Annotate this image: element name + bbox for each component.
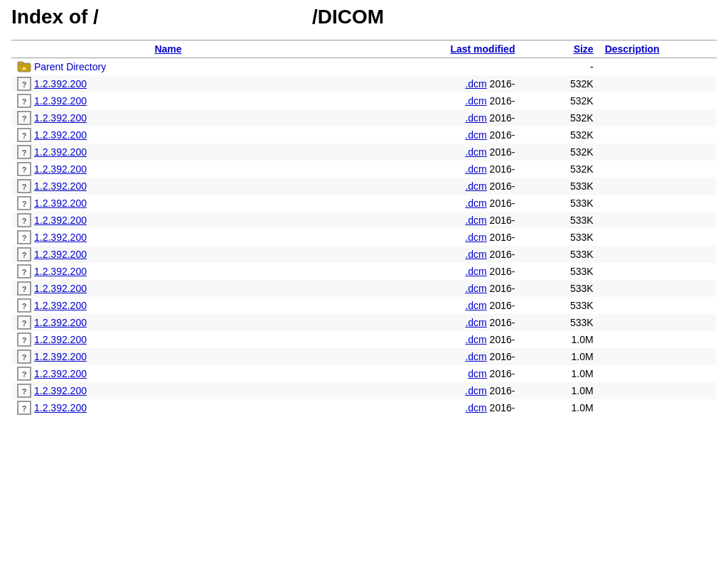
file-modified-cell: .dcm 2016- bbox=[325, 331, 521, 348]
file-ext-link[interactable]: .dcm bbox=[465, 180, 486, 192]
file-type-icon: ? bbox=[17, 247, 31, 261]
file-modified-cell: dcm 2016- bbox=[325, 365, 521, 382]
file-name-link[interactable]: 1.2.392.200 bbox=[34, 334, 87, 345]
table-row: ?1.2.392.200.dcm 2016-533K bbox=[11, 246, 717, 263]
parent-dir-modified bbox=[325, 58, 521, 76]
file-ext-link[interactable]: .dcm bbox=[465, 197, 486, 209]
file-ext-link[interactable]: .dcm bbox=[465, 385, 486, 396]
file-type-icon: ? bbox=[17, 111, 31, 125]
file-name-link[interactable]: 1.2.392.200 bbox=[34, 197, 87, 209]
file-name-cell: ?1.2.392.200 bbox=[11, 348, 325, 365]
file-ext-link[interactable]: .dcm bbox=[465, 334, 486, 345]
table-row: ?1.2.392.200.dcm 2016-532K bbox=[11, 126, 717, 144]
table-row: ?1.2.392.200.dcm 2016-533K bbox=[11, 229, 717, 246]
file-modified-cell: .dcm 2016- bbox=[325, 109, 521, 126]
file-size-cell: 1.0M bbox=[520, 399, 599, 416]
file-name-link[interactable]: 1.2.392.200 bbox=[34, 368, 87, 379]
file-desc-cell bbox=[599, 382, 717, 399]
file-desc-cell bbox=[599, 280, 717, 297]
file-type-icon: ? bbox=[17, 384, 31, 398]
file-modified-date: 2016- bbox=[487, 180, 515, 192]
file-name-cell: ?1.2.392.200 bbox=[11, 331, 325, 348]
file-ext-link[interactable]: .dcm bbox=[465, 112, 486, 124]
parent-dir-cell: Parent Directory bbox=[11, 58, 325, 76]
file-name-link[interactable]: 1.2.392.200 bbox=[34, 266, 87, 277]
file-ext-link[interactable]: .dcm bbox=[465, 129, 486, 141]
file-desc-cell bbox=[599, 92, 717, 109]
file-ext-link[interactable]: .dcm bbox=[465, 232, 486, 243]
file-ext-link[interactable]: .dcm bbox=[465, 78, 486, 90]
file-name-link[interactable]: 1.2.392.200 bbox=[34, 385, 87, 396]
file-name-link[interactable]: 1.2.392.200 bbox=[34, 95, 87, 107]
file-size-cell: 533K bbox=[520, 212, 599, 229]
file-name-link[interactable]: 1.2.392.200 bbox=[34, 146, 87, 158]
file-ext-link[interactable]: .dcm bbox=[465, 95, 486, 107]
file-desc-cell bbox=[599, 161, 717, 178]
parent-dir-size: - bbox=[520, 58, 599, 76]
file-name-link[interactable]: 1.2.392.200 bbox=[34, 180, 87, 192]
file-ext-link[interactable]: .dcm bbox=[465, 266, 486, 277]
table-row: ?1.2.392.200dcm 2016-1.0M bbox=[11, 365, 717, 382]
file-modified-date: 2016- bbox=[487, 402, 515, 413]
file-type-icon: ? bbox=[17, 77, 31, 91]
sort-by-name-link[interactable]: Name bbox=[154, 43, 181, 55]
file-name-link[interactable]: 1.2.392.200 bbox=[34, 300, 87, 311]
table-row: ?1.2.392.200.dcm 2016-533K bbox=[11, 212, 717, 229]
file-size-cell: 532K bbox=[520, 75, 599, 92]
file-name-link[interactable]: 1.2.392.200 bbox=[34, 232, 87, 243]
table-header-row: Name Last modified Size Description bbox=[11, 40, 717, 58]
svg-rect-1 bbox=[18, 62, 23, 65]
table-row: ?1.2.392.200.dcm 2016-533K bbox=[11, 280, 717, 297]
file-name-link[interactable]: 1.2.392.200 bbox=[34, 283, 87, 294]
file-modified-cell: .dcm 2016- bbox=[325, 144, 521, 161]
sort-by-desc-link[interactable]: Description bbox=[605, 43, 660, 55]
table-row: ?1.2.392.200.dcm 2016-533K bbox=[11, 195, 717, 212]
file-modified-date: 2016- bbox=[487, 129, 515, 141]
file-name-link[interactable]: 1.2.392.200 bbox=[34, 215, 87, 226]
file-name-link[interactable]: 1.2.392.200 bbox=[34, 78, 87, 90]
file-desc-cell bbox=[599, 144, 717, 161]
sort-by-modified-link[interactable]: Last modified bbox=[450, 43, 515, 55]
file-desc-cell bbox=[599, 229, 717, 246]
file-name-cell: ?1.2.392.200 bbox=[11, 229, 325, 246]
file-modified-date: 2016- bbox=[487, 334, 515, 345]
file-size-cell: 533K bbox=[520, 297, 599, 314]
file-size-cell: 532K bbox=[520, 126, 599, 144]
file-size-cell: 1.0M bbox=[520, 348, 599, 365]
file-ext-link[interactable]: .dcm bbox=[465, 163, 486, 175]
file-name-link[interactable]: 1.2.392.200 bbox=[34, 112, 87, 124]
file-modified-cell: .dcm 2016- bbox=[325, 195, 521, 212]
file-ext-link[interactable]: .dcm bbox=[465, 283, 486, 294]
file-desc-cell bbox=[599, 212, 717, 229]
file-size-cell: 533K bbox=[520, 280, 599, 297]
table-row: ?1.2.392.200.dcm 2016-533K bbox=[11, 297, 717, 314]
sort-by-size-link[interactable]: Size bbox=[574, 43, 594, 55]
file-name-link[interactable]: 1.2.392.200 bbox=[34, 317, 87, 328]
file-ext-link[interactable]: .dcm bbox=[465, 300, 486, 311]
file-modified-cell: .dcm 2016- bbox=[325, 126, 521, 144]
file-name-cell: ?1.2.392.200 bbox=[11, 92, 325, 109]
file-ext-link[interactable]: .dcm bbox=[465, 402, 486, 413]
parent-dir-link[interactable]: Parent Directory bbox=[17, 60, 319, 74]
file-name-link[interactable]: 1.2.392.200 bbox=[34, 129, 87, 141]
file-name-link[interactable]: 1.2.392.200 bbox=[34, 351, 87, 362]
file-name-link[interactable]: 1.2.392.200 bbox=[34, 163, 87, 175]
file-size-cell: 533K bbox=[520, 263, 599, 280]
file-modified-date: 2016- bbox=[487, 317, 515, 328]
parent-dir-desc bbox=[599, 58, 717, 76]
file-size-cell: 533K bbox=[520, 246, 599, 263]
file-ext-link[interactable]: .dcm bbox=[465, 351, 486, 362]
file-name-link[interactable]: 1.2.392.200 bbox=[34, 402, 87, 413]
file-type-icon: ? bbox=[17, 264, 31, 278]
file-modified-cell: .dcm 2016- bbox=[325, 382, 521, 399]
file-desc-cell bbox=[599, 348, 717, 365]
file-modified-cell: .dcm 2016- bbox=[325, 92, 521, 109]
file-name-link[interactable]: 1.2.392.200 bbox=[34, 249, 87, 260]
file-ext-link[interactable]: .dcm bbox=[465, 249, 486, 260]
file-ext-link[interactable]: .dcm bbox=[465, 146, 486, 158]
file-ext-link[interactable]: .dcm bbox=[465, 317, 486, 328]
page-title: Index of / /DICOM bbox=[11, 6, 717, 28]
file-ext-link[interactable]: .dcm bbox=[465, 215, 486, 226]
file-name-cell: ?1.2.392.200 bbox=[11, 399, 325, 416]
file-ext-link[interactable]: dcm bbox=[468, 368, 486, 379]
